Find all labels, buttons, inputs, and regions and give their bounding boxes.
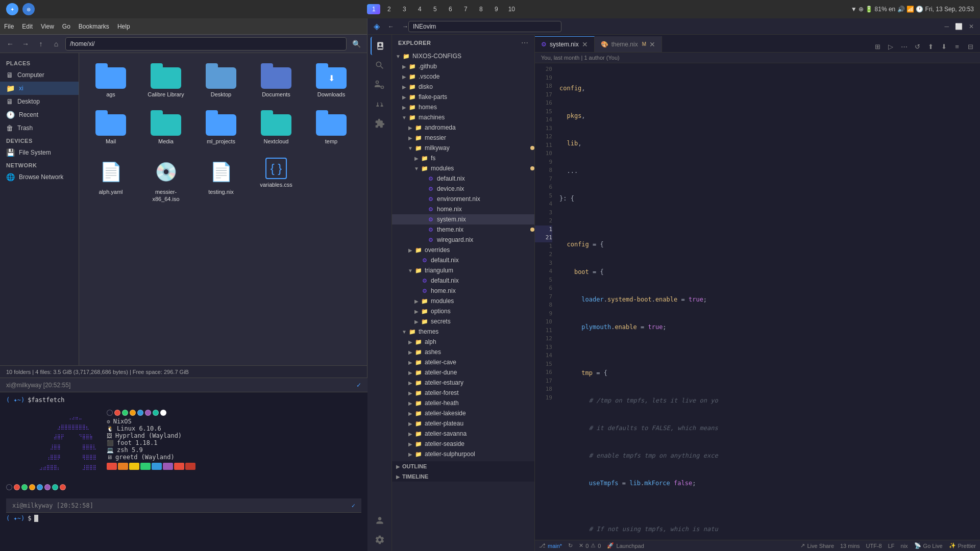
sb-lang[interactable]: nix [901, 543, 908, 549]
act-git-btn[interactable] [371, 76, 389, 94]
sidebar-browse-network[interactable]: 🌐 Browse Network [0, 170, 79, 184]
fm-menu-bookmarks[interactable]: Bookmarks [79, 23, 109, 30]
tree-atelier-dune[interactable]: ▶ 📁 atelier-dune [392, 367, 534, 378]
workspace-3[interactable]: 3 [398, 4, 411, 14]
tab-theme-nix-close[interactable]: ✕ [649, 40, 655, 48]
sb-eol[interactable]: LF [888, 543, 895, 549]
tree-ashes[interactable]: ▶ 📁 ashes [392, 347, 534, 357]
tree-tri-modules[interactable]: ▶ 📁 modules [392, 296, 534, 306]
tree-andromeda[interactable]: ▶ 📁 andromeda [392, 122, 534, 133]
act-extensions-btn[interactable] [371, 114, 389, 133]
sidebar-recent[interactable]: 🕐 Recent [0, 108, 79, 121]
tree-themes[interactable]: ▼ 📁 themes [392, 327, 534, 337]
code-editor[interactable]: 2019181716151413121110987654321211234567… [535, 63, 980, 540]
tree-milkyway[interactable]: ▼ 📁 milkyway [392, 143, 534, 153]
tree-messier[interactable]: ▶ 📁 messier [392, 133, 534, 143]
run-btn[interactable]: ▷ [885, 41, 896, 52]
vtb-forward[interactable]: → [402, 23, 408, 30]
tree-atelier-cave[interactable]: ▶ 📁 atelier-cave [392, 357, 534, 367]
tree-atelier-forest[interactable]: ▶ 📁 atelier-forest [392, 388, 534, 398]
explorer-menu-btn[interactable]: ⋯ [521, 39, 528, 47]
tree-outline-section[interactable]: ▶ OUTLINE [392, 461, 534, 471]
act-settings-btn[interactable] [371, 531, 389, 549]
workspace-9[interactable]: 9 [489, 4, 503, 14]
folder-downloads[interactable]: ⬇ Downloads [306, 59, 357, 102]
tree-root[interactable]: ▼ 📁 NIXOS-CONFIGS [392, 51, 534, 61]
tree-tri-default[interactable]: ▶ ⚙ default.nix [392, 276, 534, 286]
fm-menu-view[interactable]: View [41, 23, 54, 30]
topbar-logo2[interactable]: ⊛ [22, 3, 35, 15]
file-variables-css[interactable]: { } variables.css [251, 154, 302, 207]
path-bar[interactable]: /home/xi/ [65, 37, 347, 51]
sidebar-desktop[interactable]: 🖥 Desktop [0, 95, 79, 108]
fm-menu-edit[interactable]: Edit [22, 23, 33, 30]
tab-system-nix[interactable]: ⚙ system.nix ✕ [535, 36, 595, 52]
workspace-8[interactable]: 8 [474, 4, 487, 14]
vscode-close-btn[interactable]: ✕ [969, 23, 974, 30]
act-explorer-btn[interactable] [371, 37, 389, 55]
tab-system-nix-close[interactable]: ✕ [582, 40, 588, 48]
act-account-btn[interactable] [371, 511, 389, 530]
sidebar-xi[interactable]: 📁 xi [0, 82, 79, 95]
tree-atelier-savanna[interactable]: ▶ 📁 atelier-savanna [392, 429, 534, 439]
more-btn[interactable]: ⋯ [898, 41, 910, 52]
folder-ml[interactable]: ml_projects [195, 106, 247, 149]
tree-timeline-section[interactable]: ▶ TIMELINE [392, 471, 534, 482]
sb-go-live[interactable]: 📡 Go Live [914, 542, 943, 549]
file-alph-yaml[interactable]: 📄 alph.yaml [85, 154, 136, 207]
back-button[interactable]: ← [4, 38, 16, 50]
tree-atelier-estuary[interactable]: ▶ 📁 atelier-estuary [392, 378, 534, 388]
sb-time[interactable]: 13 mins [840, 543, 860, 549]
file-messier-iso[interactable]: 💿 messier-x86_64.iso [140, 154, 191, 207]
tree-wireguard-nix[interactable]: ▶ ⚙ wireguard.nix [392, 235, 534, 245]
search-button[interactable]: 🔍 [350, 37, 363, 51]
tree-atelier-sulphurpool[interactable]: ▶ 📁 atelier-sulphurpool [392, 449, 534, 459]
tree-alph[interactable]: ▶ 📁 alph [392, 337, 534, 347]
folder-documents[interactable]: Documents [251, 59, 302, 102]
tree-homes[interactable]: ▶ 📁 homes [392, 102, 534, 112]
workspace-6[interactable]: 6 [444, 4, 457, 14]
tree-tri-secrets[interactable]: ▶ 📁 secrets [392, 316, 534, 327]
forward-button[interactable]: → [19, 38, 32, 50]
sb-launchpad[interactable]: 🚀 Launchpad [607, 542, 644, 549]
tree-tri-home[interactable]: ▶ ⚙ home.nix [392, 286, 534, 296]
act-debug-btn[interactable] [371, 95, 389, 113]
workspace-4[interactable]: 4 [413, 4, 426, 14]
sb-branch[interactable]: ⎇ main* [539, 542, 562, 549]
term-content[interactable]: ( ✦~) $fastfetch ⠀⠀⠀⠀⠀⠀⠀⠀⢀⣠⣤⣀⠀⠀⠀⠀ ⠀⠀⠀⠀⠀⣰… [0, 392, 368, 551]
tree-triangulum[interactable]: ▼ 📁 triangulum [392, 265, 534, 276]
tree-environment-nix[interactable]: ▶ ⚙ environment.nix [392, 194, 534, 204]
tree-fs[interactable]: ▶ 📁 fs [392, 153, 534, 163]
workspace-2[interactable]: 2 [382, 4, 396, 14]
act-search-btn[interactable] [371, 56, 389, 74]
folder-desktop[interactable]: Desktop [195, 59, 247, 102]
tree-tri-options[interactable]: ▶ 📁 options [392, 306, 534, 316]
tree-machines[interactable]: ▼ 📁 machines [392, 112, 534, 122]
tree-atelier-lakeside[interactable]: ▶ 📁 atelier-lakeside [392, 408, 534, 418]
up-button[interactable]: ↑ [35, 38, 47, 50]
sb-errors[interactable]: ✕ 0 ⚠ 0 [579, 542, 601, 549]
revert-btn[interactable]: ↺ [912, 41, 923, 52]
sidebar-computer[interactable]: 🖥 Computer [0, 68, 79, 82]
home-button[interactable]: ⌂ [50, 38, 62, 50]
tree-atelier-plateau[interactable]: ▶ 📁 atelier-plateau [392, 418, 534, 429]
vscode-maximize-btn[interactable]: ⬜ [955, 23, 963, 30]
workspace-1[interactable]: 1 [367, 4, 380, 14]
split-editor-btn[interactable]: ⊞ [872, 41, 883, 52]
fm-menu-help[interactable]: Help [117, 23, 130, 30]
tree-flake-parts[interactable]: ▶ 📁 flake-parts [392, 92, 534, 102]
tree-atelier-seaside[interactable]: ▶ 📁 atelier-seaside [392, 439, 534, 449]
tree-atelier-heath[interactable]: ▶ 📁 atelier-heath [392, 398, 534, 408]
folder-media[interactable]: Media [140, 106, 191, 149]
fm-menu-file[interactable]: File [4, 23, 14, 30]
folder-ags[interactable]: ags [85, 59, 136, 102]
prev-change-btn[interactable]: ⬆ [925, 41, 936, 52]
next-change-btn[interactable]: ⬇ [938, 41, 949, 52]
vscode-minimize-btn[interactable]: ─ [944, 23, 949, 30]
topbar-logo1[interactable]: ✦ [6, 3, 18, 15]
tree-disko[interactable]: ▶ 📁 disko [392, 82, 534, 92]
sidebar-filesystem[interactable]: 💾 File System [0, 146, 79, 159]
file-testing-nix[interactable]: 📄 testing.nix [195, 154, 247, 207]
sb-prettier[interactable]: ✨ Prettier [949, 542, 976, 549]
tree-vscode[interactable]: ▶ 📁 .vscode [392, 71, 534, 82]
